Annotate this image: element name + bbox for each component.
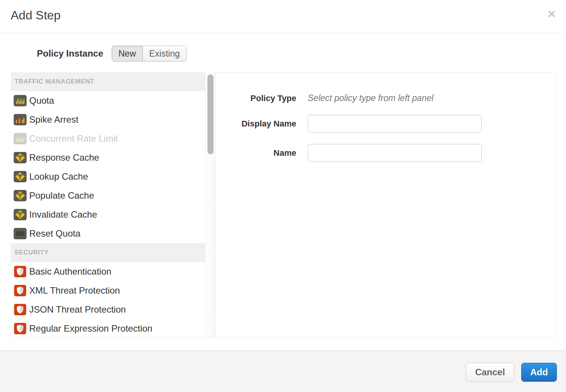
policy-item-response-cache[interactable]: Response Cache xyxy=(11,148,205,167)
toggle-new-button[interactable]: New xyxy=(112,46,143,61)
reset-quota-icon xyxy=(14,228,27,239)
policy-item-populate-cache[interactable]: Populate Cache xyxy=(11,186,205,205)
policy-form-panel: Policy Type Select policy type from left… xyxy=(216,72,556,338)
cache-diamond-icon xyxy=(14,209,27,220)
policy-item-quota[interactable]: Quota xyxy=(11,91,205,110)
policy-item-label: Invalidate Cache xyxy=(29,209,97,220)
policy-item-label: Basic Authentication xyxy=(29,266,111,277)
cache-diamond-icon xyxy=(14,171,27,182)
policy-item-spike-arrest[interactable]: Spike Arrest xyxy=(11,110,205,129)
policy-type-row: Policy Type Select policy type from left… xyxy=(216,93,556,103)
section-header-security: SECURITY xyxy=(11,243,205,262)
dialog-footer: Cancel Add xyxy=(0,350,566,392)
name-label: Name xyxy=(216,148,296,158)
spike-bars-icon xyxy=(14,114,27,125)
add-button[interactable]: Add xyxy=(521,363,557,382)
policy-item-label: Quota xyxy=(29,95,54,106)
policy-instance-row: Policy Instance New Existing xyxy=(0,46,566,62)
policy-item-label: Lookup Cache xyxy=(29,171,88,182)
cache-diamond-icon xyxy=(14,190,27,201)
security-shield-icon xyxy=(14,266,27,277)
policy-item-label: Populate Cache xyxy=(29,190,94,201)
policy-list-scrollbar[interactable] xyxy=(205,72,216,338)
display-name-field[interactable] xyxy=(308,115,482,133)
policy-item-label: JSON Threat Protection xyxy=(29,304,126,315)
security-shield-icon xyxy=(14,304,27,315)
footer-spacer xyxy=(0,338,566,350)
policy-item-xml-threat-protection[interactable]: XML Threat Protection xyxy=(11,281,205,300)
policy-item-label: Spike Arrest xyxy=(29,114,78,125)
cache-diamond-icon xyxy=(14,152,27,163)
quota-bars-icon xyxy=(14,95,27,106)
close-icon[interactable]: ✕ xyxy=(547,9,556,20)
policy-list-panel: TRAFFIC MANAGEMENT Quota Spike Arrest Co… xyxy=(11,72,205,338)
policy-item-label: Regular Expression Protection xyxy=(29,323,152,334)
policy-type-value: Select policy type from left panel xyxy=(308,93,433,103)
dialog-body: TRAFFIC MANAGEMENT Quota Spike Arrest Co… xyxy=(11,72,556,338)
scrollbar-thumb[interactable] xyxy=(207,74,213,154)
quota-bars-icon xyxy=(14,133,27,144)
policy-item-invalidate-cache[interactable]: Invalidate Cache xyxy=(11,205,205,224)
page-title: Add Step xyxy=(11,8,61,22)
name-field[interactable] xyxy=(308,144,482,162)
security-shield-icon xyxy=(14,323,27,334)
display-name-label: Display Name xyxy=(216,119,296,129)
policy-item-lookup-cache[interactable]: Lookup Cache xyxy=(11,167,205,186)
policy-instance-label: Policy Instance xyxy=(37,48,103,59)
security-shield-icon xyxy=(14,285,27,296)
policy-instance-toggle: New Existing xyxy=(112,46,187,62)
policy-item-reset-quota[interactable]: Reset Quota xyxy=(11,224,205,243)
policy-item-label: Response Cache xyxy=(29,152,99,163)
display-name-row: Display Name xyxy=(216,115,556,133)
policy-item-concurrent-rate-limit: Concurrent Rate Limit xyxy=(11,129,205,148)
policy-item-json-threat-protection[interactable]: JSON Threat Protection xyxy=(11,300,205,319)
dialog-header: Add Step ✕ xyxy=(0,0,566,32)
policy-item-label: Reset Quota xyxy=(29,228,81,239)
policy-item-label: XML Threat Protection xyxy=(29,285,120,296)
toggle-existing-button[interactable]: Existing xyxy=(143,46,187,61)
section-header-traffic-management: TRAFFIC MANAGEMENT xyxy=(11,72,205,91)
policy-type-label: Policy Type xyxy=(216,93,296,103)
policy-item-label: Concurrent Rate Limit xyxy=(29,133,118,144)
name-row: Name xyxy=(216,144,556,162)
policy-item-regular-expression-protection[interactable]: Regular Expression Protection xyxy=(11,319,205,338)
cancel-button[interactable]: Cancel xyxy=(466,363,514,382)
policy-item-basic-authentication[interactable]: Basic Authentication xyxy=(11,262,205,281)
